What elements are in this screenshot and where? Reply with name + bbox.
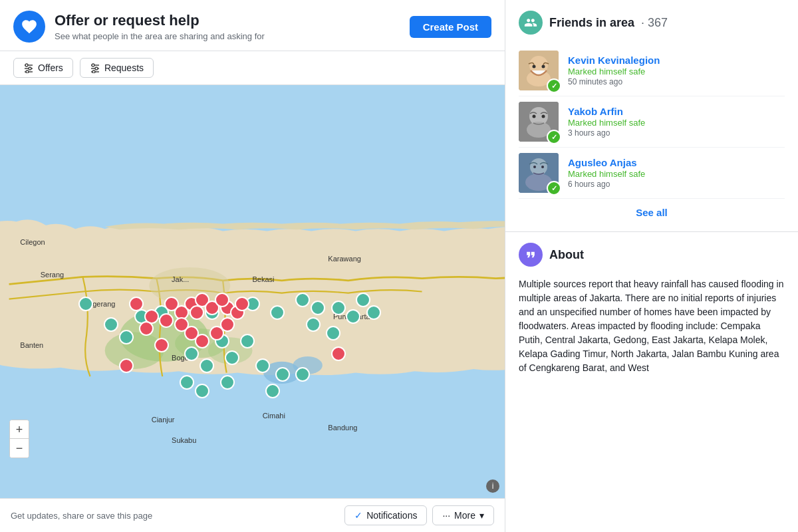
friends-title: Friends in area <box>549 16 634 30</box>
friends-section-header: Friends in area · 367 <box>519 11 785 35</box>
more-label: More <box>454 510 475 521</box>
about-title: About <box>549 248 584 262</box>
teal-pin-13 <box>200 358 214 373</box>
svg-point-31 <box>530 158 547 176</box>
page-subtitle: See what people in the area are sharing … <box>55 31 265 41</box>
main-content: Offer or request help See what people in… <box>0 0 505 532</box>
agusleo-avatar-wrap: ✓ <box>519 153 559 193</box>
yakob-status: Marked himself safe <box>568 118 645 128</box>
red-pin-0 <box>129 297 144 311</box>
map-container[interactable]: Cilegon Serang Tangerang Jak... Bekasi K… <box>0 85 505 498</box>
page-title: Offer or request help <box>55 12 265 29</box>
yakob-info: Yakob Arfin Marked himself safe 3 hours … <box>568 106 645 138</box>
kevin-safe-badge: ✓ <box>547 78 561 93</box>
teal-pin-20 <box>220 375 235 390</box>
kevin-info: Kevin Kevinalegion Marked himself safe 5… <box>568 55 660 86</box>
teal-pin-21 <box>356 293 370 307</box>
friend-item-yakob: ✓ Yakob Arfin Marked himself safe 3 hour… <box>519 96 785 148</box>
map-zoom-controls: + − <box>9 420 29 458</box>
create-post-button[interactable]: Create Post <box>410 16 491 38</box>
svg-point-14 <box>105 332 164 368</box>
filter-offers-icon <box>23 63 34 73</box>
friends-svg-icon <box>524 16 537 29</box>
svg-point-9 <box>95 67 98 70</box>
teal-pin-1 <box>104 317 118 332</box>
teal-pin-26 <box>306 317 321 332</box>
agusleo-time: 6 hours ago <box>568 180 645 189</box>
check-icon: ✓ <box>354 510 362 521</box>
about-text: Multiple sources report that heavy rainf… <box>519 277 785 375</box>
teal-pin-23 <box>119 330 134 344</box>
teal-pin-9 <box>331 301 346 315</box>
offers-label: Offers <box>38 63 63 73</box>
teal-pin-22 <box>366 305 381 320</box>
about-section: About Multiple sources report that heavy… <box>505 232 798 386</box>
right-sidebar: Friends in area · 367 <box>505 0 798 532</box>
zoom-in-button[interactable]: + <box>10 420 29 439</box>
more-dots-icon: ··· <box>442 510 450 521</box>
svg-point-11 <box>92 70 95 73</box>
bottom-bar: Get updates, share or save this page ✓ N… <box>0 498 505 532</box>
header-text: Offer or request help See what people in… <box>55 12 265 41</box>
requests-filter-button[interactable]: Requests <box>80 58 154 78</box>
red-pin-19 <box>331 346 346 361</box>
teal-pin-8 <box>311 301 325 315</box>
friends-count: · 367 <box>641 16 668 30</box>
kevin-time: 50 minutes ago <box>568 77 660 86</box>
bottom-actions: ✓ Notifications ··· More ▾ <box>344 505 494 525</box>
kevin-status: Marked himself safe <box>568 66 660 76</box>
friend-item-kevin: ✓ Kevin Kevinalegion Marked himself safe… <box>519 45 785 96</box>
yakob-time: 3 hours ago <box>568 128 645 138</box>
map-info-button[interactable]: i <box>486 479 499 493</box>
more-button[interactable]: ··· More ▾ <box>432 505 494 525</box>
teal-pin-14 <box>225 350 239 365</box>
teal-pin-27 <box>326 326 340 340</box>
map-svg <box>0 85 505 498</box>
zoom-out-button[interactable]: − <box>10 439 29 458</box>
notifications-button[interactable]: ✓ Notifications <box>344 505 427 525</box>
red-pin-15 <box>220 317 235 332</box>
filter-requests-icon <box>90 63 100 73</box>
notifications-label: Notifications <box>366 510 417 521</box>
svg-point-5 <box>26 70 29 73</box>
red-pin-18 <box>119 358 134 373</box>
teal-pin-0 <box>78 297 93 311</box>
teal-pin-7 <box>295 293 310 307</box>
offers-filter-button[interactable]: Offers <box>13 58 73 78</box>
svg-point-29 <box>542 115 545 118</box>
see-all-link[interactable]: See all <box>519 199 785 221</box>
agusleo-status: Marked himself safe <box>568 169 645 179</box>
filter-section: Offers Requests <box>0 51 505 85</box>
teal-pin-10 <box>346 309 360 324</box>
header-left: Offer or request help See what people in… <box>13 11 265 43</box>
header-section: Offer or request help See what people in… <box>0 0 505 51</box>
teal-pin-12 <box>184 346 199 361</box>
heart-svg <box>21 18 38 35</box>
teal-pin-6 <box>270 305 285 320</box>
friends-section-icon <box>519 11 543 35</box>
teal-pin-24 <box>255 358 270 373</box>
teal-pin-18 <box>275 367 290 382</box>
kevin-avatar-wrap: ✓ <box>519 51 559 90</box>
quote-svg-icon <box>524 248 537 261</box>
friends-section: Friends in area · 367 <box>505 0 798 232</box>
teal-pin-16 <box>180 375 194 390</box>
red-pin-10 <box>235 297 249 311</box>
teal-pin-25 <box>265 384 280 398</box>
svg-point-24 <box>542 65 545 68</box>
agusleo-safe-badge: ✓ <box>547 181 561 196</box>
red-pin-13 <box>195 334 209 348</box>
about-icon-wrap <box>519 243 543 267</box>
yakob-name: Yakob Arfin <box>568 106 645 117</box>
yakob-avatar-wrap: ✓ <box>519 102 559 142</box>
svg-point-33 <box>533 166 536 168</box>
red-pin-17 <box>215 293 229 307</box>
svg-point-28 <box>533 115 536 118</box>
teal-pin-17 <box>195 384 209 398</box>
svg-point-3 <box>29 67 31 70</box>
friend-item-agusleo: ✓ Agusleo Anjas Marked himself safe 6 ho… <box>519 148 785 199</box>
heart-icon <box>13 11 45 43</box>
agusleo-name: Agusleo Anjas <box>568 157 645 168</box>
teal-pin-15 <box>240 334 255 348</box>
red-pin-21 <box>139 321 154 336</box>
